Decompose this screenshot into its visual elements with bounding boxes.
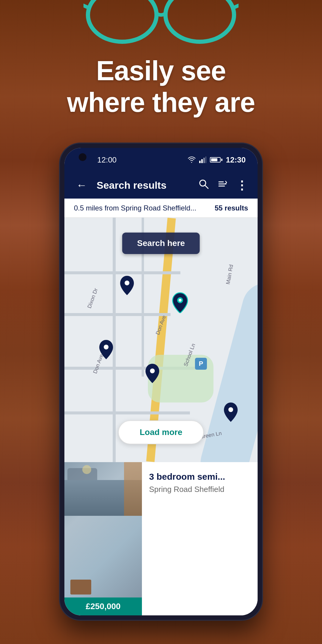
road-horizontal-4 [64,411,190,414]
parking-icon: P [195,358,207,370]
search-location-text: 0.5 miles from Spring Road Sheffield... [74,204,196,212]
svg-point-15 [179,299,182,302]
camera-notch [79,153,86,161]
search-icon[interactable] [198,179,209,192]
svg-point-13 [125,281,129,285]
svg-point-17 [150,369,155,373]
status-time-right: 12:30 [226,155,246,165]
hero-heading: Easily see where they are [0,55,322,118]
battery-icon [210,157,222,162]
property-listing: £250,000 3 bedroom semi... Spring Road S… [64,462,258,615]
map-marker-1[interactable] [120,276,134,294]
app-header: ← Search results [64,172,258,199]
road-horizontal-1 [64,271,180,274]
search-here-button[interactable]: Search here [122,233,200,254]
results-count: 55 results [215,204,248,212]
property-price: £250,000 [64,597,142,615]
status-right-icons: 12:30 [187,155,246,165]
map-view[interactable]: Dixon Dr Don Ave Don Ave Main Rd School … [64,218,258,462]
svg-rect-7 [205,157,206,163]
property-photo [64,462,142,615]
svg-rect-5 [201,159,203,163]
property-details: 3 bedroom semi... Spring Road Sheffield [142,462,258,501]
header-action-icons: ⋮ [198,178,248,192]
load-more-button[interactable]: Load more [118,420,204,444]
page-title: Search results [97,179,191,191]
back-button[interactable]: ← [74,177,89,194]
phone-frame: 12:00 [60,143,262,620]
svg-rect-6 [203,158,205,163]
connectivity-icons [187,157,206,163]
map-marker-4[interactable] [145,364,160,382]
property-title: 3 bedroom semi... [149,472,250,482]
property-address: Spring Road Sheffield [149,485,250,494]
svg-point-18 [228,407,233,412]
map-marker-5[interactable] [223,402,238,420]
property-image: £250,000 [64,462,142,615]
svg-point-16 [104,345,109,349]
map-marker-3[interactable] [99,340,114,358]
sort-icon[interactable] [217,179,227,191]
search-info-bar: 0.5 miles from Spring Road Sheffield... … [64,199,258,218]
more-options-icon[interactable]: ⋮ [236,178,248,192]
phone-screen: 12:00 [64,148,258,615]
map-marker-2-selected[interactable] [172,292,187,310]
status-bar: 12:00 [64,148,258,172]
status-time-left: 12:00 [97,155,117,165]
svg-rect-4 [199,161,201,163]
phone-device: 12:00 [60,143,262,620]
road-horizontal-2 [64,313,171,316]
svg-line-9 [205,185,208,188]
